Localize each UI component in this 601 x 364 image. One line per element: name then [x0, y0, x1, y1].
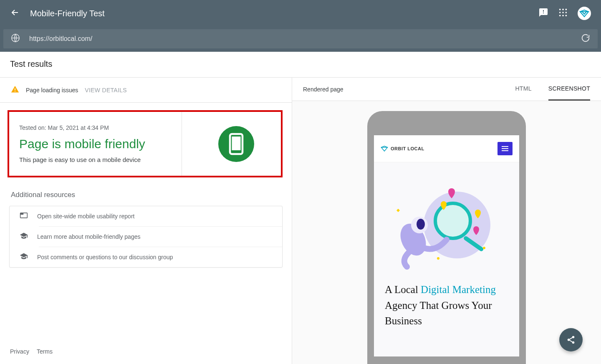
- hamburger-icon[interactable]: [497, 142, 513, 155]
- tabs: HTML SCREENSHOT: [515, 85, 590, 93]
- url-bar: https://orbitlocal.com/: [0, 27, 601, 52]
- svg-point-22: [437, 257, 439, 260]
- svg-point-5: [566, 12, 567, 13]
- globe-icon: [11, 33, 20, 44]
- url-text: https://orbitlocal.com/: [29, 35, 92, 43]
- svg-rect-13: [232, 136, 240, 150]
- svg-rect-10: [15, 88, 15, 91]
- report-icon: [20, 211, 28, 221]
- hero-illustration: [388, 179, 505, 271]
- issues-row: Page loading issues VIEW DETAILS: [0, 78, 292, 103]
- feedback-icon[interactable]: [538, 8, 548, 19]
- tab-html[interactable]: HTML: [515, 85, 531, 101]
- back-arrow-icon[interactable]: [10, 8, 20, 19]
- avatar[interactable]: [578, 7, 591, 20]
- site-logo: ORBIT LOCAL: [381, 145, 424, 152]
- site-body: A Local Digital Marketing Agency That Gr…: [374, 162, 519, 356]
- svg-point-26: [572, 341, 575, 344]
- apps-icon[interactable]: [558, 8, 568, 19]
- results-title: Test results: [10, 59, 591, 69]
- svg-rect-15: [20, 213, 24, 215]
- resources-card: Open site-wide mobile usability report L…: [9, 206, 283, 268]
- terms-link[interactable]: Terms: [37, 348, 53, 355]
- svg-point-17: [435, 203, 470, 238]
- school-icon: [20, 252, 28, 262]
- svg-point-1: [562, 9, 564, 10]
- svg-point-7: [562, 15, 564, 17]
- footer-links: Privacy Terms: [10, 348, 53, 355]
- headline-accent: Digital Marketing: [421, 284, 496, 295]
- refresh-icon[interactable]: [581, 33, 590, 44]
- headline-pre: A Local: [385, 284, 421, 295]
- result-card: Tested on: Mar 5, 2021 at 4:34 PM Page i…: [8, 110, 283, 177]
- verdict-subtitle: This page is easy to use on a mobile dev…: [19, 156, 145, 163]
- resource-label: Learn more about mobile-friendly pages: [37, 233, 140, 240]
- result-text: Tested on: Mar 5, 2021 at 4:34 PM Page i…: [19, 124, 145, 163]
- site-header: ORBIT LOCAL: [374, 135, 519, 162]
- svg-point-4: [562, 12, 564, 13]
- phone-screen: ORBIT LOCAL: [374, 135, 519, 356]
- url-input[interactable]: https://orbitlocal.com/: [3, 29, 598, 48]
- headline-post: Agency That Grows Your Business: [385, 300, 492, 327]
- tested-on: Tested on: Mar 5, 2021 at 4:34 PM: [19, 124, 145, 131]
- resource-label: Post comments or questions to our discus…: [37, 254, 173, 260]
- share-button[interactable]: [559, 328, 583, 351]
- tab-screenshot[interactable]: SCREENSHOT: [548, 85, 590, 101]
- svg-point-6: [559, 15, 561, 17]
- svg-point-8: [566, 15, 567, 17]
- resource-open-report[interactable]: Open site-wide mobile usability report: [10, 206, 282, 226]
- svg-point-2: [566, 9, 567, 10]
- right-header: Rendered page HTML SCREENSHOT: [292, 78, 601, 101]
- privacy-link[interactable]: Privacy: [10, 348, 29, 355]
- issues-text: Page loading issues: [26, 87, 78, 94]
- resources: Additional resources Open site-wide mobi…: [9, 189, 283, 268]
- card-divider: [182, 112, 182, 176]
- svg-point-21: [417, 219, 425, 230]
- right-column: Rendered page HTML SCREENSHOT ORBIT LOCA…: [292, 78, 601, 364]
- view-details-link[interactable]: VIEW DETAILS: [85, 87, 127, 94]
- svg-point-3: [559, 12, 561, 13]
- preview-area: ORBIT LOCAL: [292, 101, 601, 364]
- left-column: Page loading issues VIEW DETAILS Tested …: [0, 78, 292, 364]
- content-row: Page loading issues VIEW DETAILS Tested …: [0, 78, 601, 364]
- svg-point-0: [559, 9, 561, 10]
- svg-point-23: [483, 247, 485, 249]
- mobile-badge-icon: [218, 126, 254, 162]
- resources-title: Additional resources: [11, 191, 283, 199]
- phone-frame: ORBIT LOCAL: [367, 111, 526, 364]
- resource-learn-more[interactable]: Learn more about mobile-friendly pages: [10, 227, 282, 247]
- top-header-right: [538, 7, 591, 20]
- site-headline: A Local Digital Marketing Agency That Gr…: [385, 282, 508, 329]
- page-title: Mobile-Friendly Test: [30, 9, 105, 18]
- site-logo-text: ORBIT LOCAL: [391, 146, 424, 151]
- svg-point-25: [568, 339, 570, 341]
- resource-label: Open site-wide mobile usability report: [37, 213, 134, 220]
- warning-icon: [11, 85, 19, 95]
- resource-forum[interactable]: Post comments or questions to our discus…: [10, 247, 282, 267]
- svg-rect-11: [15, 91, 15, 92]
- school-icon: [20, 232, 28, 242]
- top-header: Mobile-Friendly Test: [0, 0, 601, 27]
- rendered-page-label: Rendered page: [303, 86, 343, 93]
- verdict: Page is mobile friendly: [19, 137, 145, 151]
- svg-point-24: [572, 336, 575, 339]
- top-header-left: Mobile-Friendly Test: [10, 8, 105, 19]
- results-header: Test results: [0, 52, 601, 78]
